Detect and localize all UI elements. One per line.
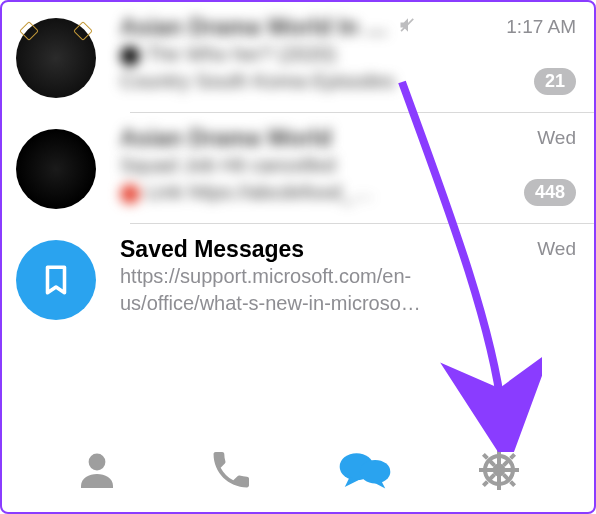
chat-meta: 1:17 AM 21 — [506, 16, 576, 95]
chat-row[interactable]: Asian Drama World In … The Who her? (202… — [2, 2, 594, 112]
tab-contacts[interactable] — [70, 443, 124, 497]
unread-badge: 21 — [534, 68, 576, 95]
chat-title: Asian Drama World — [120, 125, 332, 152]
bookmark-icon — [39, 263, 73, 297]
tab-calls[interactable] — [204, 443, 258, 497]
tab-bar — [2, 428, 594, 512]
chat-content: Asian Drama World Squad Job Hit cancelle… — [120, 125, 578, 206]
chat-content: Saved Messages https://support.microsoft… — [120, 236, 578, 317]
mute-icon — [398, 15, 418, 40]
chat-meta: Wed 448 — [524, 127, 576, 206]
chat-meta: Wed — [537, 238, 576, 260]
preview-thumb — [120, 184, 140, 204]
tab-settings[interactable] — [472, 443, 526, 497]
chat-list: Asian Drama World In … The Who her? (202… — [2, 2, 594, 334]
avatar-saved — [16, 240, 96, 320]
contacts-icon — [73, 446, 121, 494]
chat-title: Saved Messages — [120, 236, 304, 263]
svg-point-4 — [495, 466, 504, 475]
svg-point-2 — [360, 460, 390, 484]
chat-title: Asian Drama World In … — [120, 14, 388, 41]
chat-preview: Squad Job Hit cancelled Link https://abc… — [120, 152, 450, 206]
unread-badge: 448 — [524, 179, 576, 206]
chat-time: Wed — [537, 238, 576, 260]
chat-row-saved[interactable]: Saved Messages https://support.microsoft… — [2, 224, 594, 334]
settings-icon — [475, 446, 523, 494]
tab-chats[interactable] — [338, 443, 392, 497]
chat-time: 1:17 AM — [506, 16, 576, 38]
chat-preview: https://support.microsoft.com/en-us/offi… — [120, 263, 450, 317]
avatar — [16, 129, 96, 209]
chat-preview: The Who her? (2020) Country South Korea … — [120, 41, 450, 95]
chats-icon — [338, 446, 392, 494]
chat-row[interactable]: Asian Drama World Squad Job Hit cancelle… — [2, 113, 594, 223]
calls-icon — [208, 447, 254, 493]
chat-time: Wed — [524, 127, 576, 149]
preview-thumb — [120, 46, 140, 66]
svg-point-0 — [89, 454, 106, 471]
avatar — [16, 18, 96, 98]
